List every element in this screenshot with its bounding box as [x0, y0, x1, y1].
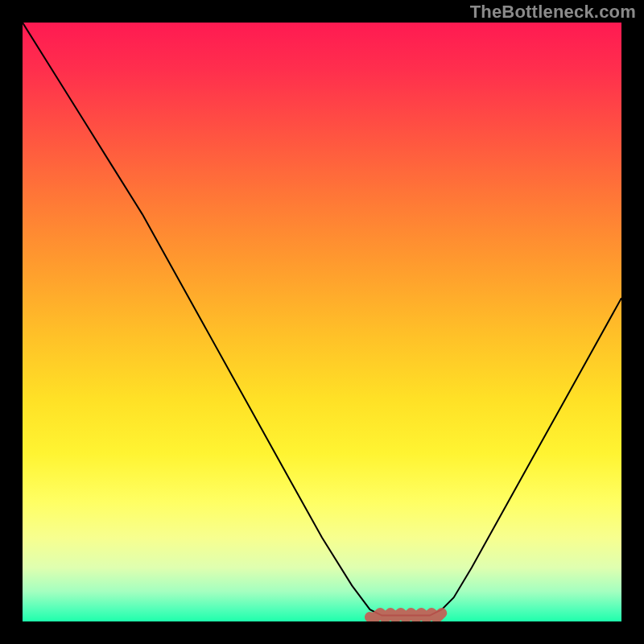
watermark-text: TheBottleneck.com [470, 2, 636, 23]
bottleneck-curve [23, 23, 621, 616]
chart-frame: TheBottleneck.com [0, 0, 644, 644]
curve-layer [23, 23, 621, 621]
plot-area [23, 23, 621, 621]
valley-marker [370, 613, 442, 618]
